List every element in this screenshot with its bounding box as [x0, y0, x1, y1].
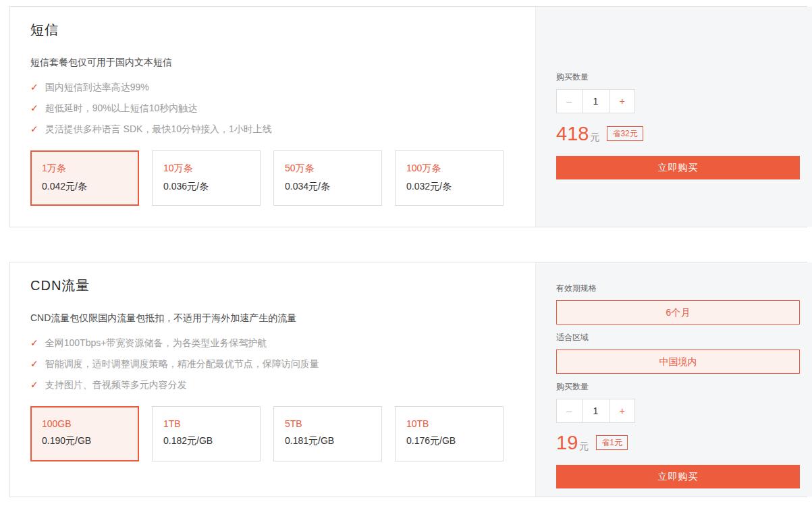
package-unit-price: 0.176元/GB: [406, 435, 503, 447]
sms-purchase-panel: 购买数量 – + 418 元 省32元 立即购买: [535, 7, 812, 227]
package-name: 100GB: [42, 418, 138, 429]
package-name: 10万条: [163, 163, 260, 175]
quantity-stepper: – +: [556, 399, 635, 423]
cdn-card-content: CDN流量 CND流量包仅限国内流量包抵扣，不适用于海外加速产生的流量 ✓全网1…: [10, 262, 535, 497]
package-options: 1万条 0.042元/条 10万条 0.036元/条 50万条 0.034元/条…: [30, 150, 516, 206]
cdn-purchase-panel: 有效期规格 6个月 适合区域 中国境内 购买数量 – + 19 元 省1元 立即…: [535, 262, 812, 497]
check-icon: ✓: [30, 358, 38, 369]
discount-badge: 省1元: [596, 435, 628, 450]
package-unit-price: 0.042元/条: [42, 181, 138, 193]
region-label: 适合区域: [556, 332, 799, 343]
quantity-increase-button[interactable]: +: [610, 90, 635, 113]
feature-item: ✓灵活提供多种语言 SDK，最快10分钟接入，1小时上线: [30, 119, 516, 140]
quantity-increase-button[interactable]: +: [610, 399, 635, 422]
feature-item: ✓超低延时，90%以上短信10秒内触达: [30, 98, 516, 119]
package-name: 5TB: [285, 418, 381, 429]
quantity-input[interactable]: [583, 90, 610, 113]
discount-badge: 省32元: [607, 126, 643, 141]
package-option-10wan[interactable]: 10万条 0.036元/条: [152, 150, 261, 206]
package-option-5tb[interactable]: 5TB 0.181元/GB: [273, 406, 382, 461]
quantity-label: 购买数量: [556, 72, 799, 83]
feature-item: ✓支持图片、音视频等多元内容分发: [30, 374, 516, 395]
package-option-1tb[interactable]: 1TB 0.182元/GB: [152, 406, 261, 461]
price-row: 418 元 省32元: [556, 122, 799, 145]
quantity-stepper: – +: [556, 89, 635, 113]
feature-item: ✓国内短信到达率高达99%: [30, 77, 516, 98]
package-name: 50万条: [285, 163, 381, 175]
price-unit: 元: [579, 441, 589, 454]
sms-product-card: 短信 短信套餐包仅可用于国内文本短信 ✓国内短信到达率高达99% ✓超低延时，9…: [9, 6, 807, 227]
package-unit-price: 0.034元/条: [285, 181, 381, 193]
feature-text: 灵活提供多种语言 SDK，最快10分钟接入，1小时上线: [45, 123, 272, 134]
feature-item: ✓全网100Tbps+带宽资源储备，为各类型业务保驾护航: [30, 333, 516, 354]
quantity-label: 购买数量: [556, 381, 799, 393]
package-option-10tb[interactable]: 10TB 0.176元/GB: [395, 406, 504, 461]
package-name: 1万条: [42, 163, 138, 175]
buy-now-button[interactable]: 立即购买: [556, 465, 800, 488]
package-unit-price: 0.190元/GB: [42, 435, 138, 447]
validity-option-6months[interactable]: 6个月: [556, 300, 800, 325]
cdn-product-card: CDN流量 CND流量包仅限国内流量包抵扣，不适用于海外加速产生的流量 ✓全网1…: [9, 262, 807, 497]
package-unit-price: 0.032元/条: [406, 181, 503, 193]
check-icon: ✓: [30, 82, 38, 92]
feature-item: ✓智能调度，适时调整调度策略，精准分配最优节点，保障访问质量: [30, 354, 516, 374]
price-unit: 元: [590, 132, 599, 145]
quantity-input[interactable]: [583, 399, 610, 422]
package-options: 100GB 0.190元/GB 1TB 0.182元/GB 5TB 0.181元…: [30, 406, 516, 461]
package-name: 1TB: [163, 418, 260, 429]
package-name: 10TB: [406, 418, 503, 429]
feature-text: 超低延时，90%以上短信10秒内触达: [45, 103, 198, 113]
package-name: 100万条: [406, 163, 503, 175]
feature-text: 智能调度，适时调整调度策略，精准分配最优节点，保障访问质量: [45, 358, 319, 369]
quantity-decrease-button[interactable]: –: [557, 399, 583, 422]
feature-text: 支持图片、音视频等多元内容分发: [45, 379, 187, 390]
region-option-china[interactable]: 中国境内: [556, 349, 800, 374]
product-subtitle: 短信套餐包仅可用于国内文本短信: [30, 57, 516, 69]
package-option-100gb[interactable]: 100GB 0.190元/GB: [30, 406, 139, 461]
check-icon: ✓: [30, 337, 38, 348]
feature-list: ✓国内短信到达率高达99% ✓超低延时，90%以上短信10秒内触达 ✓灵活提供多…: [30, 77, 516, 140]
price-row: 19 元 省1元: [556, 431, 799, 454]
total-price: 418: [556, 124, 589, 144]
product-title: 短信: [30, 21, 516, 39]
check-icon: ✓: [30, 379, 38, 390]
feature-list: ✓全网100Tbps+带宽资源储备，为各类型业务保驾护航 ✓智能调度，适时调整调…: [30, 333, 516, 395]
package-unit-price: 0.036元/条: [163, 181, 260, 193]
sms-card-content: 短信 短信套餐包仅可用于国内文本短信 ✓国内短信到达率高达99% ✓超低延时，9…: [10, 7, 535, 227]
feature-text: 全网100Tbps+带宽资源储备，为各类型业务保驾护航: [45, 337, 267, 348]
check-icon: ✓: [30, 123, 38, 134]
buy-now-button[interactable]: 立即购买: [556, 156, 800, 179]
check-icon: ✓: [30, 103, 38, 113]
feature-text: 国内短信到达率高达99%: [45, 82, 149, 92]
total-price: 19: [556, 433, 578, 453]
product-subtitle: CND流量包仅限国内流量包抵扣，不适用于海外加速产生的流量: [30, 312, 516, 325]
package-option-1wan[interactable]: 1万条 0.042元/条: [30, 150, 139, 206]
package-unit-price: 0.182元/GB: [163, 435, 260, 447]
validity-label: 有效期规格: [556, 283, 799, 294]
package-option-100wan[interactable]: 100万条 0.032元/条: [395, 150, 504, 206]
quantity-decrease-button[interactable]: –: [557, 90, 583, 113]
package-option-50wan[interactable]: 50万条 0.034元/条: [273, 150, 382, 206]
product-title: CDN流量: [30, 277, 516, 295]
package-unit-price: 0.181元/GB: [285, 435, 381, 447]
